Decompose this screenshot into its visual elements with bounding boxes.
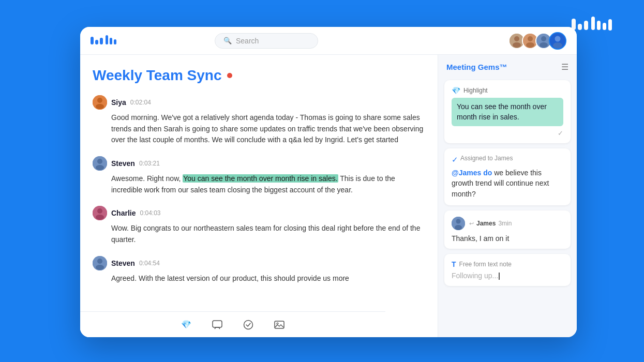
- gem-card-highlight: 💎 Highlight You can see the month over m…: [444, 80, 571, 143]
- svg-rect-12: [114, 39, 116, 44]
- svg-rect-10: [106, 35, 108, 44]
- search-placeholder: Search: [236, 37, 259, 45]
- svg-point-41: [244, 320, 253, 329]
- meeting-title-row: Weekly Team Sync: [93, 67, 425, 84]
- svg-point-38: [456, 219, 461, 224]
- header: 🔍 Search: [80, 27, 577, 55]
- toolbar-images-button[interactable]: [271, 316, 288, 333]
- message-charlie: Charlie 0:04:03 Wow. Big congrats to our…: [93, 206, 425, 245]
- toolbar-chat-button[interactable]: [209, 316, 226, 333]
- message-text-steven-2: Agreed. With the latest version of our p…: [93, 273, 425, 284]
- gem-check-row: ✓ Assigned to James: [452, 155, 563, 164]
- gem-mention: @James do: [452, 169, 492, 177]
- svg-point-23: [555, 36, 561, 41]
- highlighted-phrase: You can see the month over month rise in…: [183, 174, 338, 183]
- comment-header: ↩ James 3min: [452, 217, 563, 230]
- speaker-name-charlie: Charlie: [111, 209, 136, 217]
- meeting-title: Weekly Team Sync: [93, 67, 222, 84]
- svg-rect-2: [584, 21, 588, 30]
- gem-highlight-content: You can see the month over month rise in…: [452, 98, 563, 126]
- app-card: 🔍 Search Weekly Team Sync: [80, 27, 577, 337]
- speaker-name-steven-1: Steven: [111, 159, 135, 168]
- svg-point-18: [526, 42, 534, 48]
- svg-point-36: [96, 265, 104, 270]
- svg-point-21: [540, 42, 548, 48]
- note-text-content: Following up...: [452, 272, 498, 280]
- search-icon: 🔍: [223, 37, 232, 44]
- message-header-steven-2: Steven 0:04:54: [93, 256, 425, 270]
- svg-rect-1: [578, 24, 582, 30]
- svg-point-32: [97, 208, 102, 214]
- comment-reply-icon: ↩: [469, 220, 474, 227]
- gems-title: Meeting Gems™: [446, 63, 507, 71]
- comment-time: 3min: [498, 220, 512, 227]
- text-cursor: [499, 273, 500, 280]
- note-label: Free form text note: [459, 261, 512, 268]
- transcript-panel[interactable]: Weekly Team Sync Siya 0:02:04 Good morni…: [80, 55, 438, 337]
- gems-list-icon: ☰: [561, 62, 568, 72]
- comment-meta: ↩ James 3min: [469, 220, 512, 227]
- gem-card-note[interactable]: T Free form text note Following up...: [444, 254, 571, 286]
- svg-rect-5: [603, 23, 606, 30]
- avatar-siya: [93, 95, 107, 110]
- toolbar-tasks-button[interactable]: [240, 316, 257, 333]
- svg-point-43: [277, 323, 278, 324]
- svg-rect-40: [213, 321, 222, 327]
- svg-rect-8: [95, 40, 98, 44]
- gem-assigned-label: Assigned to James: [460, 155, 513, 162]
- svg-point-14: [514, 36, 519, 41]
- svg-point-17: [528, 36, 533, 41]
- text-pre-steven: Awesome. Right now,: [111, 174, 183, 183]
- svg-point-20: [541, 36, 546, 41]
- message-text-charlie: Wow. Big congrats to our northeastern sa…: [93, 223, 425, 245]
- speaker-name-siya: Siya: [111, 98, 126, 107]
- message-header-steven-1: Steven 0:03:21: [93, 156, 425, 171]
- gem-type-row-highlight: 💎 Highlight: [452, 86, 563, 95]
- svg-rect-6: [608, 19, 612, 31]
- message-text-steven-1: Awesome. Right now, You can see the mont…: [93, 173, 425, 195]
- gem-highlight-icon: 💎: [452, 86, 460, 95]
- bottom-toolbar: 💎: [80, 311, 385, 337]
- gems-panel: Meeting Gems™ ☰ 💎 Highlight You can see …: [438, 55, 577, 337]
- comment-name: James: [476, 220, 496, 227]
- message-steven-2: Steven 0:04:54 Agreed. With the latest v…: [93, 256, 425, 284]
- comment-name-row: ↩ James 3min: [469, 220, 512, 227]
- message-siya: Siya 0:02:04 Good morning. We've got a r…: [93, 95, 425, 146]
- avatar-steven-1: [93, 156, 107, 171]
- avatar-charlie: [93, 206, 107, 220]
- top-right-logo: [572, 14, 613, 33]
- avatar-steven-2: [93, 256, 107, 270]
- recording-dot: [227, 73, 232, 78]
- message-steven-1: Steven 0:03:21 Awesome. Right now, You c…: [93, 156, 425, 195]
- svg-point-27: [96, 104, 104, 109]
- svg-rect-7: [91, 37, 94, 44]
- note-T-icon: T: [452, 260, 456, 268]
- svg-point-15: [513, 42, 521, 48]
- main-content: Weekly Team Sync Siya 0:02:04 Good morni…: [80, 55, 577, 337]
- note-text[interactable]: Following up...: [452, 272, 563, 280]
- note-label-row: T Free form text note: [452, 260, 563, 268]
- svg-point-33: [96, 215, 104, 220]
- comment-text: Thanks, I am on it: [452, 234, 563, 243]
- gems-header: Meeting Gems™ ☰: [444, 62, 571, 75]
- svg-point-35: [97, 259, 102, 264]
- svg-rect-4: [597, 21, 601, 30]
- svg-rect-9: [100, 38, 103, 44]
- gem-action-check-icon: ✓: [452, 155, 458, 164]
- gem-action-text: @James do we believe this growth trend w…: [452, 168, 563, 199]
- header-logo: [91, 35, 119, 47]
- timestamp-charlie: 0:04:03: [140, 209, 160, 217]
- gem-card-action: ✓ Assigned to James @James do we believe…: [444, 148, 571, 205]
- svg-point-30: [96, 165, 104, 170]
- timestamp-siya: 0:02:04: [130, 99, 151, 106]
- search-bar[interactable]: 🔍 Search: [215, 33, 318, 49]
- gem-type-label-highlight: Highlight: [463, 87, 488, 94]
- svg-point-24: [553, 42, 562, 49]
- message-header-charlie: Charlie 0:04:03: [93, 206, 425, 220]
- svg-rect-42: [275, 321, 284, 328]
- avatar-4-active: [549, 32, 566, 50]
- svg-point-39: [455, 225, 462, 230]
- toolbar-gem-button[interactable]: 💎: [178, 316, 194, 333]
- avatars-row: [508, 32, 566, 50]
- timestamp-steven-1: 0:03:21: [139, 160, 160, 167]
